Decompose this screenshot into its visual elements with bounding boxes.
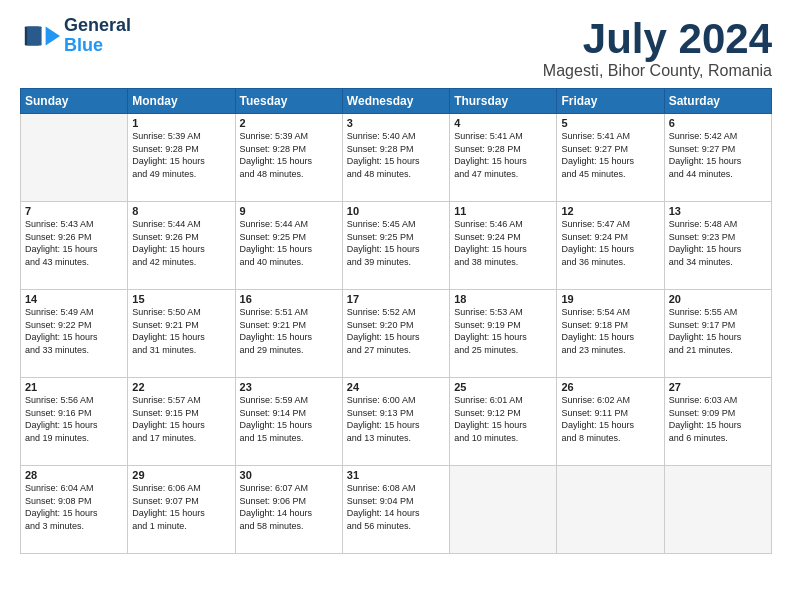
- day-number: 6: [669, 117, 767, 129]
- day-number: 13: [669, 205, 767, 217]
- cell-info: Sunrise: 5:43 AM Sunset: 9:26 PM Dayligh…: [25, 218, 123, 268]
- calendar-cell: 2Sunrise: 5:39 AM Sunset: 9:28 PM Daylig…: [235, 114, 342, 202]
- day-number: 7: [25, 205, 123, 217]
- cell-info: Sunrise: 5:55 AM Sunset: 9:17 PM Dayligh…: [669, 306, 767, 356]
- calendar-cell: 31Sunrise: 6:08 AM Sunset: 9:04 PM Dayli…: [342, 466, 449, 554]
- logo-icon: [20, 22, 60, 50]
- calendar-cell: 17Sunrise: 5:52 AM Sunset: 9:20 PM Dayli…: [342, 290, 449, 378]
- calendar-cell: 29Sunrise: 6:06 AM Sunset: 9:07 PM Dayli…: [128, 466, 235, 554]
- calendar-cell: 9Sunrise: 5:44 AM Sunset: 9:25 PM Daylig…: [235, 202, 342, 290]
- cell-info: Sunrise: 6:00 AM Sunset: 9:13 PM Dayligh…: [347, 394, 445, 444]
- cell-info: Sunrise: 5:59 AM Sunset: 9:14 PM Dayligh…: [240, 394, 338, 444]
- day-number: 19: [561, 293, 659, 305]
- month-title: July 2024: [543, 16, 772, 62]
- cell-info: Sunrise: 5:52 AM Sunset: 9:20 PM Dayligh…: [347, 306, 445, 356]
- day-number: 15: [132, 293, 230, 305]
- cell-info: Sunrise: 5:44 AM Sunset: 9:26 PM Dayligh…: [132, 218, 230, 268]
- calendar-cell: 8Sunrise: 5:44 AM Sunset: 9:26 PM Daylig…: [128, 202, 235, 290]
- day-number: 24: [347, 381, 445, 393]
- calendar-cell: 28Sunrise: 6:04 AM Sunset: 9:08 PM Dayli…: [21, 466, 128, 554]
- calendar-cell: 27Sunrise: 6:03 AM Sunset: 9:09 PM Dayli…: [664, 378, 771, 466]
- calendar-cell: 26Sunrise: 6:02 AM Sunset: 9:11 PM Dayli…: [557, 378, 664, 466]
- cell-info: Sunrise: 6:01 AM Sunset: 9:12 PM Dayligh…: [454, 394, 552, 444]
- logo-general: General: [64, 15, 131, 35]
- day-number: 17: [347, 293, 445, 305]
- calendar-cell: 19Sunrise: 5:54 AM Sunset: 9:18 PM Dayli…: [557, 290, 664, 378]
- calendar-cell: 24Sunrise: 6:00 AM Sunset: 9:13 PM Dayli…: [342, 378, 449, 466]
- cell-info: Sunrise: 5:41 AM Sunset: 9:28 PM Dayligh…: [454, 130, 552, 180]
- cell-info: Sunrise: 5:45 AM Sunset: 9:25 PM Dayligh…: [347, 218, 445, 268]
- day-number: 30: [240, 469, 338, 481]
- col-header-saturday: Saturday: [664, 89, 771, 114]
- day-number: 26: [561, 381, 659, 393]
- calendar-cell: [450, 466, 557, 554]
- svg-marker-2: [46, 26, 60, 45]
- logo-blue: Blue: [64, 35, 103, 55]
- calendar-week-4: 28Sunrise: 6:04 AM Sunset: 9:08 PM Dayli…: [21, 466, 772, 554]
- cell-info: Sunrise: 5:53 AM Sunset: 9:19 PM Dayligh…: [454, 306, 552, 356]
- calendar-cell: 22Sunrise: 5:57 AM Sunset: 9:15 PM Dayli…: [128, 378, 235, 466]
- cell-info: Sunrise: 5:46 AM Sunset: 9:24 PM Dayligh…: [454, 218, 552, 268]
- logo: General Blue: [20, 16, 131, 56]
- day-number: 18: [454, 293, 552, 305]
- calendar-cell: 14Sunrise: 5:49 AM Sunset: 9:22 PM Dayli…: [21, 290, 128, 378]
- day-number: 2: [240, 117, 338, 129]
- cell-info: Sunrise: 5:44 AM Sunset: 9:25 PM Dayligh…: [240, 218, 338, 268]
- cell-info: Sunrise: 5:41 AM Sunset: 9:27 PM Dayligh…: [561, 130, 659, 180]
- cell-info: Sunrise: 5:54 AM Sunset: 9:18 PM Dayligh…: [561, 306, 659, 356]
- calendar-cell: 30Sunrise: 6:07 AM Sunset: 9:06 PM Dayli…: [235, 466, 342, 554]
- calendar-week-3: 21Sunrise: 5:56 AM Sunset: 9:16 PM Dayli…: [21, 378, 772, 466]
- cell-info: Sunrise: 5:50 AM Sunset: 9:21 PM Dayligh…: [132, 306, 230, 356]
- calendar-table: SundayMondayTuesdayWednesdayThursdayFrid…: [20, 88, 772, 554]
- cell-info: Sunrise: 6:03 AM Sunset: 9:09 PM Dayligh…: [669, 394, 767, 444]
- col-header-wednesday: Wednesday: [342, 89, 449, 114]
- calendar-cell: 4Sunrise: 5:41 AM Sunset: 9:28 PM Daylig…: [450, 114, 557, 202]
- day-number: 9: [240, 205, 338, 217]
- title-section: July 2024 Magesti, Bihor County, Romania: [543, 16, 772, 80]
- calendar-cell: 12Sunrise: 5:47 AM Sunset: 9:24 PM Dayli…: [557, 202, 664, 290]
- calendar-week-2: 14Sunrise: 5:49 AM Sunset: 9:22 PM Dayli…: [21, 290, 772, 378]
- day-number: 1: [132, 117, 230, 129]
- cell-info: Sunrise: 6:06 AM Sunset: 9:07 PM Dayligh…: [132, 482, 230, 532]
- cell-info: Sunrise: 5:39 AM Sunset: 9:28 PM Dayligh…: [240, 130, 338, 180]
- day-number: 25: [454, 381, 552, 393]
- calendar-cell: 1Sunrise: 5:39 AM Sunset: 9:28 PM Daylig…: [128, 114, 235, 202]
- cell-info: Sunrise: 5:48 AM Sunset: 9:23 PM Dayligh…: [669, 218, 767, 268]
- cell-info: Sunrise: 6:07 AM Sunset: 9:06 PM Dayligh…: [240, 482, 338, 532]
- col-header-tuesday: Tuesday: [235, 89, 342, 114]
- col-header-thursday: Thursday: [450, 89, 557, 114]
- cell-info: Sunrise: 5:40 AM Sunset: 9:28 PM Dayligh…: [347, 130, 445, 180]
- calendar-week-0: 1Sunrise: 5:39 AM Sunset: 9:28 PM Daylig…: [21, 114, 772, 202]
- svg-rect-1: [27, 26, 41, 45]
- day-number: 23: [240, 381, 338, 393]
- calendar-cell: 21Sunrise: 5:56 AM Sunset: 9:16 PM Dayli…: [21, 378, 128, 466]
- day-number: 14: [25, 293, 123, 305]
- calendar-cell: 16Sunrise: 5:51 AM Sunset: 9:21 PM Dayli…: [235, 290, 342, 378]
- cell-info: Sunrise: 5:49 AM Sunset: 9:22 PM Dayligh…: [25, 306, 123, 356]
- header: General Blue July 2024 Magesti, Bihor Co…: [20, 16, 772, 80]
- calendar-cell: 11Sunrise: 5:46 AM Sunset: 9:24 PM Dayli…: [450, 202, 557, 290]
- calendar-cell: [21, 114, 128, 202]
- day-number: 31: [347, 469, 445, 481]
- calendar-cell: [557, 466, 664, 554]
- day-number: 12: [561, 205, 659, 217]
- cell-info: Sunrise: 6:04 AM Sunset: 9:08 PM Dayligh…: [25, 482, 123, 532]
- calendar-cell: 13Sunrise: 5:48 AM Sunset: 9:23 PM Dayli…: [664, 202, 771, 290]
- day-number: 21: [25, 381, 123, 393]
- day-number: 27: [669, 381, 767, 393]
- calendar-week-1: 7Sunrise: 5:43 AM Sunset: 9:26 PM Daylig…: [21, 202, 772, 290]
- cell-info: Sunrise: 5:47 AM Sunset: 9:24 PM Dayligh…: [561, 218, 659, 268]
- calendar-cell: 7Sunrise: 5:43 AM Sunset: 9:26 PM Daylig…: [21, 202, 128, 290]
- day-number: 10: [347, 205, 445, 217]
- col-header-friday: Friday: [557, 89, 664, 114]
- calendar-cell: 23Sunrise: 5:59 AM Sunset: 9:14 PM Dayli…: [235, 378, 342, 466]
- cell-info: Sunrise: 5:56 AM Sunset: 9:16 PM Dayligh…: [25, 394, 123, 444]
- calendar-cell: 10Sunrise: 5:45 AM Sunset: 9:25 PM Dayli…: [342, 202, 449, 290]
- day-number: 5: [561, 117, 659, 129]
- day-number: 4: [454, 117, 552, 129]
- cell-info: Sunrise: 5:42 AM Sunset: 9:27 PM Dayligh…: [669, 130, 767, 180]
- day-number: 22: [132, 381, 230, 393]
- calendar-cell: 5Sunrise: 5:41 AM Sunset: 9:27 PM Daylig…: [557, 114, 664, 202]
- subtitle: Magesti, Bihor County, Romania: [543, 62, 772, 80]
- calendar-cell: 18Sunrise: 5:53 AM Sunset: 9:19 PM Dayli…: [450, 290, 557, 378]
